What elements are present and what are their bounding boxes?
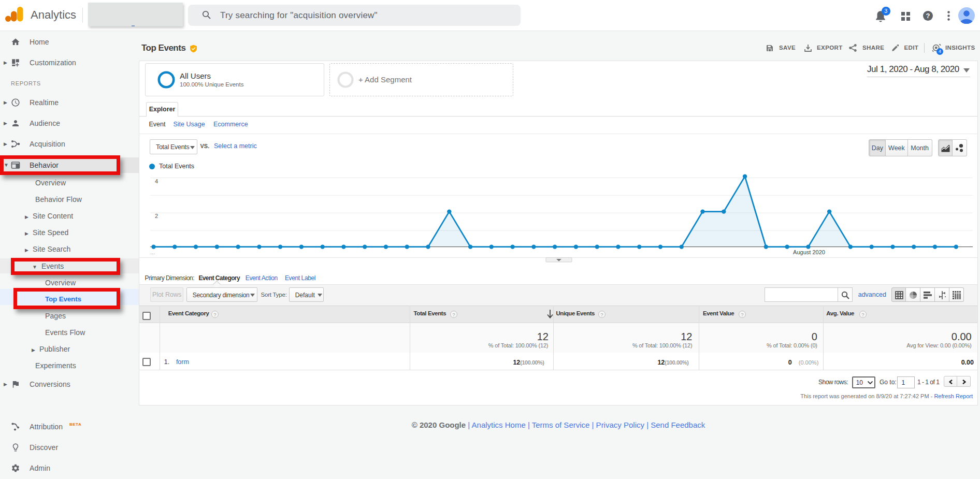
svg-text:August 2020: August 2020 bbox=[793, 249, 825, 255]
